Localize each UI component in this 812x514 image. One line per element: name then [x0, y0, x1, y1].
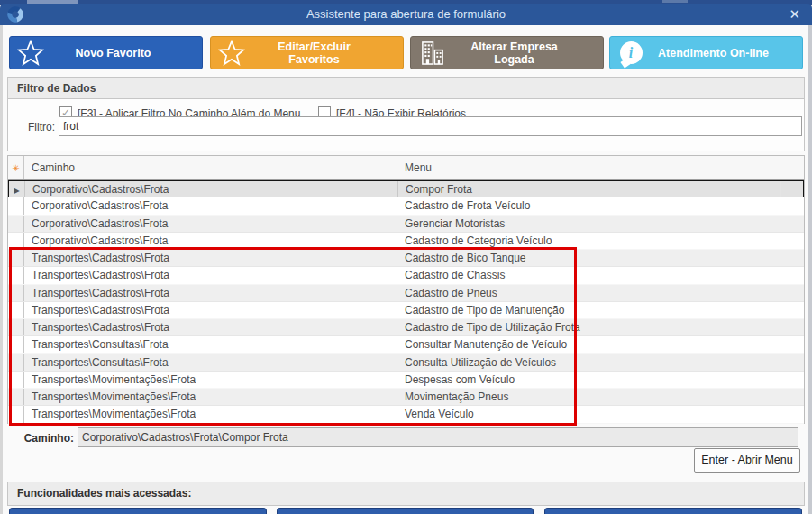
caminho-cell: Transportes\Movimentações\Frota — [24, 389, 397, 405]
row-indicator-icon: ▶ — [14, 187, 19, 195]
table-row[interactable]: ▶ Corporativo\Cadastros\Frota Compor Fro… — [8, 180, 804, 197]
dialog-titlebar: Assistente para abertura de formulário ✕ — [0, 4, 812, 25]
button-label: Editar/Excluir Favoritos — [252, 41, 403, 66]
caminho-cell: Corporativo\Cadastros\Frota — [24, 197, 397, 214]
button-label: Atendimento On-line — [652, 47, 802, 60]
editar-excluir-favoritos-button[interactable]: Editar/Excluir Favoritos — [210, 36, 404, 69]
table-row[interactable]: Transportes\Consultas\Frota Consulta Uti… — [8, 354, 804, 372]
table-row[interactable]: Transportes\Cadastros\Frota Cadastro de … — [8, 302, 804, 319]
menu-cell: Compor Frota — [398, 181, 781, 197]
button-label: Novo Favorito — [51, 47, 202, 60]
table-row[interactable]: Corporativo\Cadastros\Frota Gerenciar Mo… — [8, 216, 804, 233]
menu-cell: Despesas com Veículo — [397, 372, 780, 388]
table-row[interactable]: Transportes\Movimentações\Frota Despesas… — [8, 372, 804, 389]
table-row[interactable]: Transportes\Cadastros\Frota Cadastro de … — [8, 250, 804, 267]
column-header-menu[interactable]: Menu — [397, 156, 780, 179]
info-icon: i — [610, 41, 652, 64]
menu-cell: Gerenciar Motoristas — [397, 216, 780, 232]
table-row[interactable]: Transportes\Movimentações\Frota Moviment… — [8, 389, 804, 406]
table-row[interactable]: Transportes\Cadastros\Frota Cadastro de … — [8, 285, 804, 302]
quick-access-button-1[interactable] — [9, 508, 267, 514]
caminho-cell: Corporativo\Cadastros\Frota — [24, 216, 397, 232]
selected-path-field — [78, 427, 798, 447]
column-header-caminho[interactable]: Caminho — [24, 156, 397, 179]
quick-access-button-3[interactable] — [544, 508, 802, 514]
assistant-dialog: Assistente para abertura de formulário ✕… — [0, 0, 812, 514]
table-row[interactable]: Transportes\Movimentações\Frota Venda Ve… — [8, 406, 804, 423]
close-icon[interactable]: ✕ — [789, 4, 800, 25]
caminho-cell: Transportes\Consultas\Frota — [24, 354, 397, 371]
caminho-cell: Corporativo\Cadastros\Frota — [24, 233, 397, 249]
menu-cell: Cadastro de Categoria Veículo — [397, 233, 780, 249]
enter-abrir-menu-button[interactable]: Enter - Abrir Menu — [694, 448, 800, 473]
caminho-cell: Transportes\Movimentações\Frota — [24, 406, 397, 422]
table-header-row: ✳ Caminho Menu — [8, 156, 804, 180]
menu-cell: Consultar Manutenção de Veículo — [397, 336, 780, 353]
filter-section-title: Filtro de Dados — [8, 78, 804, 99]
filter-input-label: Filtro: — [8, 121, 55, 133]
button-label: Alterar Empresa Logada — [452, 41, 603, 66]
caminho-cell: Transportes\Consultas\Frota — [24, 336, 397, 353]
menu-cell: Cadastro de Pneus — [397, 285, 780, 301]
menu-cell: Cadastro de Tipo de Manutenção — [397, 302, 780, 318]
table-row[interactable]: Transportes\Cadastros\Frota Cadastro de … — [8, 319, 804, 336]
caminho-cell: Corporativo\Cadastros\Frota — [25, 181, 398, 197]
atendimento-online-button[interactable]: i Atendimento On-line — [609, 36, 803, 69]
caminho-cell: Transportes\Movimentações\Frota — [24, 372, 397, 388]
filter-input[interactable] — [59, 116, 802, 136]
menu-cell: Movimentação Pneus — [397, 389, 780, 405]
menu-results-table: ✳ Caminho Menu ▶ Corporativo\Cadastros\F… — [7, 155, 805, 424]
menu-cell: Cadastro de Chassis — [397, 267, 780, 283]
caminho-cell: Transportes\Cadastros\Frota — [24, 250, 397, 266]
dialog-title: Assistente para abertura de formulário — [0, 4, 812, 25]
table-row[interactable]: Corporativo\Cadastros\Frota Cadastro de … — [8, 197, 804, 215]
buildings-icon — [411, 41, 452, 65]
caminho-cell: Transportes\Cadastros\Frota — [24, 285, 397, 301]
star-icon — [10, 40, 51, 67]
alterar-empresa-logada-button[interactable]: Alterar Empresa Logada — [410, 36, 604, 69]
star-icon — [211, 40, 252, 67]
novo-favorito-button[interactable]: Novo Favorito — [9, 36, 203, 69]
table-row[interactable]: Transportes\Consultas\Frota Consultar Ma… — [8, 336, 804, 353]
caminho-cell: Transportes\Cadastros\Frota — [24, 267, 397, 283]
quick-access-button-2[interactable] — [277, 508, 534, 514]
menu-cell: Cadastro de Tipo de Utilização Frota — [397, 319, 780, 335]
asterisk-icon: ✳ — [12, 163, 19, 173]
menu-cell: Venda Veículo — [397, 406, 780, 422]
caminho-cell: Transportes\Cadastros\Frota — [24, 302, 397, 318]
table-body: ▶ Corporativo\Cadastros\Frota Compor Fro… — [8, 180, 804, 424]
menu-cell: Consulta Utilização de Veículos — [397, 354, 780, 371]
menu-cell: Cadastro de Frota Veículo — [397, 197, 780, 214]
caminho-cell: Transportes\Cadastros\Frota — [24, 319, 397, 335]
table-row[interactable]: Corporativo\Cadastros\Frota Cadastro de … — [8, 233, 804, 250]
table-row[interactable]: Transportes\Cadastros\Frota Cadastro de … — [8, 267, 804, 284]
filter-section: Filtro de Dados ✓ [F3] - Aplicar Filtro … — [7, 77, 805, 151]
path-label: Caminho: — [7, 432, 74, 445]
most-accessed-section-title: Funcionalidades mais acessadas: — [7, 482, 805, 506]
menu-cell: Cadastro de Bico Tanque — [397, 250, 780, 266]
indicator-column-header: ✳ — [8, 156, 24, 179]
background-window-fragment — [662, 0, 688, 3]
